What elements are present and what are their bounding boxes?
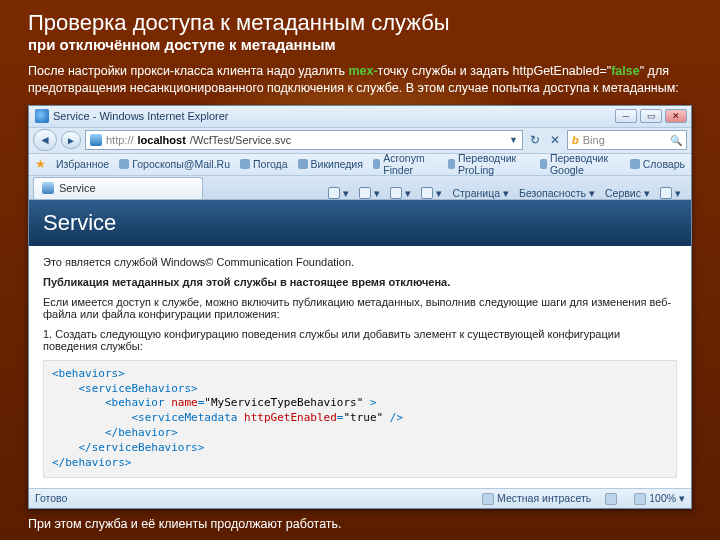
favlink-weather[interactable]: Погода [240,158,288,170]
favlink-wikipedia[interactable]: Википедия [298,158,363,170]
page-menu-label: Страница [452,187,500,199]
status-zone: Местная интрасеть [482,492,591,505]
help-button[interactable]: ▾ [660,187,681,199]
page-p1: Это является службой Windows© Communicat… [43,256,677,268]
feeds-button[interactable]: ▾ [359,187,380,199]
mail-button[interactable]: ▾ [390,187,411,199]
back-button[interactable]: ◄ [33,129,57,151]
favlink-icon [119,159,129,169]
slide-intro: После настройки прокси-класса клиента на… [28,63,692,97]
home-button[interactable]: ▾ [328,187,349,199]
status-zoom[interactable]: 100% ▾ [634,492,685,505]
minimize-button[interactable]: ─ [615,109,637,123]
bing-icon: b [572,134,579,146]
url-dropdown-icon[interactable]: ▼ [509,135,518,145]
code-l3a: <behavior [52,396,171,409]
favlink-icon [448,159,455,169]
page-content: Service Это является службой Windows© Co… [29,200,691,488]
print-icon [421,187,433,199]
favlink-label: Переводчик ProLing [458,152,530,176]
code-l4b: /> [383,411,403,424]
search-placeholder: Bing [583,134,605,146]
favlink-label: Погода [253,158,288,170]
intro-mex: mex- [348,64,377,78]
intro-false: false [611,64,640,78]
code-l5: </behavior> [52,426,178,439]
page-p4: 1. Создать следующую конфигурацию поведе… [43,328,677,352]
forward-button[interactable]: ► [61,131,81,149]
code-l4val: "true" [343,411,383,424]
tab-label: Service [59,182,96,194]
favlink-label: Словарь [643,158,685,170]
ie-window-title: Service - Windows Internet Explorer [53,110,612,122]
code-l4a: <serviceMetadata [52,411,244,424]
status-zone-label: Местная интрасеть [497,492,591,504]
close-button[interactable]: ✕ [665,109,687,123]
page-p2: Публикация метаданных для этой службы в … [43,276,677,288]
slide-title: Проверка доступа к метаданным службы [28,10,692,36]
print-button[interactable]: ▾ [421,187,442,199]
page-banner: Service [29,200,691,246]
code-block: <behaviors> <serviceBehaviors> <behavior… [43,360,677,478]
search-go-icon[interactable]: 🔍 [670,135,682,146]
refresh-button[interactable]: ↻ [527,132,543,148]
home-icon [328,187,340,199]
maximize-button[interactable]: ▭ [640,109,662,123]
code-l3val: "MyServiceTypeBehaviors" [204,396,363,409]
favlink-proling[interactable]: Переводчик ProLing [448,152,530,176]
mail-icon [390,187,402,199]
ie-command-bar: ▾ ▾ ▾ ▾ Страница ▾ Безопасность ▾ Сервис… [328,187,687,199]
tab-service[interactable]: Service [33,177,203,199]
stop-button[interactable]: ✕ [547,132,563,148]
favorites-label[interactable]: Избранное [56,158,109,170]
ie-favicon-icon [35,109,49,123]
search-input[interactable]: b Bing 🔍 [567,130,687,150]
help-icon [660,187,672,199]
code-l2: <serviceBehaviors> [52,382,198,395]
zoom-icon [634,493,646,505]
page-body: Это является службой Windows© Communicat… [29,246,691,488]
tools-menu-label: Сервис [605,187,641,199]
ie-favorites-bar: ★ Избранное Гороскопы@Mail.Ru Погода Вик… [29,154,691,176]
slide-subtitle: при отключённом доступе к метаданным [28,36,692,53]
intranet-icon [482,493,494,505]
intro-part1: После настройки прокси-класса клиента на… [28,64,348,78]
favlink-acronym[interactable]: Acronym Finder [373,152,438,176]
slide-outro: При этом служба и её клиенты продолжают … [28,517,692,531]
favlink-icon [240,159,250,169]
code-l6: </serviceBehaviors> [52,441,204,454]
status-zoom-label: 100% [649,492,676,504]
safety-menu[interactable]: Безопасность ▾ [519,187,595,199]
code-l7: </behaviors> [52,456,131,469]
code-l1: <behaviors> [52,367,125,380]
url-host: localhost [138,134,186,146]
shield-icon [605,493,617,505]
intro-part2: точку службы и задать httpGetEnabled=" [378,64,612,78]
ie-tabstrip: Service ▾ ▾ ▾ ▾ Страница ▾ Безопасность … [29,176,691,200]
favlink-gtranslate[interactable]: Переводчик Google [540,152,620,176]
favlink-icon [540,159,547,169]
code-l3name: name [171,396,198,409]
page-menu[interactable]: Страница ▾ [452,187,509,199]
url-path: /WcfTest/Service.svc [190,134,291,146]
tools-menu[interactable]: Сервис ▾ [605,187,650,199]
url-input[interactable]: http://localhost/WcfTest/Service.svc ▼ [85,130,523,150]
favlink-label: Википедия [311,158,363,170]
favlink-label: Гороскопы@Mail.Ru [132,158,230,170]
status-protected-mode [605,492,620,505]
favlink-horoscopes[interactable]: Гороскопы@Mail.Ru [119,158,230,170]
favlink-label: Acronym Finder [383,152,437,176]
favlink-dictionary[interactable]: Словарь [630,158,685,170]
url-favicon-icon [90,134,102,146]
favorites-star-icon[interactable]: ★ [35,157,46,171]
favlink-icon [373,159,380,169]
ie-address-bar: ◄ ► http://localhost/WcfTest/Service.svc… [29,128,691,154]
code-l4name: httpGetEnabled [244,411,337,424]
favlink-icon [630,159,640,169]
code-l3b: > [363,396,376,409]
safety-menu-label: Безопасность [519,187,586,199]
favlink-label: Переводчик Google [550,152,620,176]
page-p3: Если имеется доступ к службе, можно вклю… [43,296,677,320]
ie-titlebar: Service - Windows Internet Explorer ─ ▭ … [29,106,691,128]
favlink-icon [298,159,308,169]
